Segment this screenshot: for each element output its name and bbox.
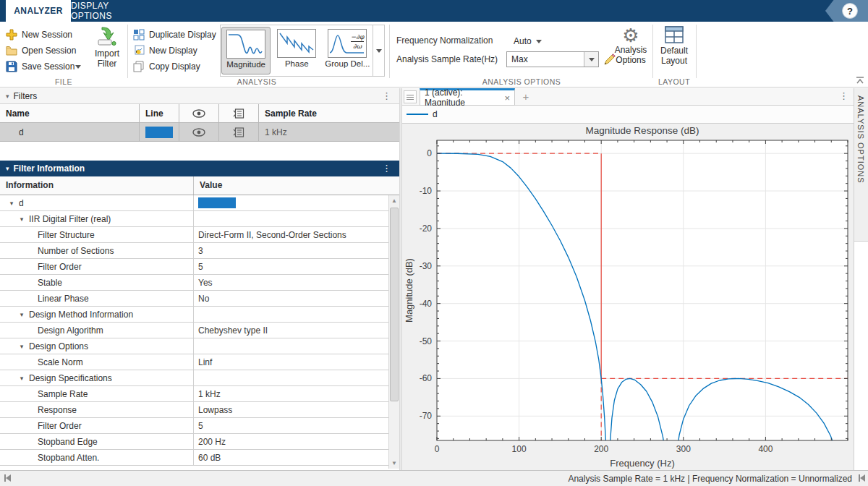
collapse-triangle-icon[interactable]: ▾ (6, 165, 9, 172)
filter-info-row[interactable]: Linear PhaseNo (0, 291, 388, 307)
filter-info-row[interactable]: Scale NormLinf (0, 354, 388, 370)
filter-row-d[interactable]: d 1 kHz (0, 123, 399, 142)
col-header-information[interactable]: Information (0, 176, 194, 195)
open-session-label: Open Session (22, 46, 76, 56)
filter-info-row[interactable]: ▾Design Options (0, 338, 388, 354)
filter-info-row[interactable]: ▾Design Method Information (0, 307, 388, 323)
file-section-label: FILE (22, 77, 106, 88)
group-delay-label: Group Del... (323, 59, 372, 68)
analysis-options-collapsed-panel[interactable]: ANALYSIS OPTIONS (854, 88, 868, 242)
filter-info-row[interactable]: Filter Order5 (0, 418, 388, 434)
new-display-icon (133, 45, 145, 56)
analysis-options-label-1: Analysis (612, 45, 650, 55)
add-display-tab-button[interactable]: + (519, 91, 532, 104)
row-expander-icon[interactable]: ▾ (17, 375, 26, 382)
display-tab-1[interactable]: 1 (active): Magnitude × (420, 88, 515, 106)
filter-name-cell[interactable]: d (0, 123, 140, 141)
filter-information-menu-icon[interactable]: ⋮ (380, 163, 393, 174)
import-filter-label-1: Import (90, 48, 124, 59)
analysis-phase-button[interactable]: Phase (272, 27, 321, 74)
x-tick-label: 100 (512, 444, 527, 454)
save-session-button[interactable]: Save Session (6, 59, 75, 74)
filter-info-row[interactable]: Sample Rate1 kHz (0, 386, 388, 402)
row-expander-icon[interactable]: ▾ (17, 343, 26, 350)
tab-analyzer[interactable]: ANALYZER (6, 0, 71, 22)
close-icon[interactable]: × (504, 93, 510, 103)
frequency-normalization-dropdown[interactable]: Auto (514, 34, 542, 48)
duplicate-display-button[interactable]: Duplicate Display (133, 27, 216, 42)
filter-information-header[interactable]: ▾ Filter Information ⋮ (0, 161, 399, 176)
plot-canvas[interactable]: 01002003004000-10-20-30-40-50-60-70Magni… (402, 123, 854, 470)
analysis-sample-rate-combo[interactable]: Max (506, 51, 599, 67)
filter-info-row[interactable]: ResponseLowpass (0, 402, 388, 418)
row-expander-icon[interactable]: ▾ (17, 311, 26, 318)
analysis-options-button[interactable]: ⚙ Analysis Options (612, 26, 650, 65)
filters-table-header: Name Line Sample Rate (0, 104, 399, 123)
filter-info-row[interactable]: Stopband Edge200 Hz (0, 434, 388, 450)
scroll-down-arrow[interactable]: ▼ (389, 458, 399, 469)
filter-line-cell[interactable] (140, 123, 179, 141)
collapse-right-panel-button[interactable] (859, 474, 865, 482)
help-button[interactable]: ? (842, 3, 858, 19)
line-color-swatch[interactable] (145, 127, 173, 138)
legend-label[interactable]: d (433, 109, 438, 119)
row-expander-icon[interactable]: ▾ (17, 216, 26, 223)
minimize-ribbon-button[interactable] (854, 75, 866, 85)
display-list-button[interactable] (404, 90, 417, 103)
col-header-annotation[interactable] (219, 104, 259, 122)
ribbon-separator (127, 25, 128, 78)
row-expander-icon[interactable]: ▾ (7, 200, 16, 207)
filter-info-row[interactable]: Number of Sections3 (0, 243, 388, 259)
filter-info-row[interactable]: ▾Design Specifications (0, 370, 388, 386)
filters-panel-header[interactable]: ▾ Filters ⋮ (0, 88, 399, 104)
filter-info-scrollbar[interactable]: ▲ ▼ (388, 195, 399, 469)
collapse-triangle-icon[interactable]: ▾ (6, 93, 9, 100)
app-toolstrip-bar: ANALYZER DISPLAY OPTIONS ? (0, 0, 868, 22)
scroll-up-arrow[interactable]: ▲ (389, 195, 399, 206)
filter-info-row[interactable]: Design AlgorithmChebyshev type II (0, 323, 388, 338)
analysis-group-delay-button[interactable]: −∂φ∂ω Group Del... (323, 27, 372, 74)
col-header-sample-rate[interactable]: Sample Rate (259, 104, 399, 122)
filter-info-row[interactable]: Filter StructureDirect-Form II, Second-O… (0, 227, 388, 243)
gear-icon: ⚙ (612, 26, 650, 45)
info-value (194, 211, 388, 226)
filter-info-row[interactable]: StableYes (0, 275, 388, 291)
chevron-down-icon (376, 49, 382, 53)
filter-info-row[interactable]: ▾IIR Digital Filter (real) (0, 211, 388, 227)
info-value: 60 dB (194, 450, 388, 465)
scrollbar-thumb[interactable] (390, 208, 399, 401)
filter-info-row[interactable]: Filter Order5 (0, 259, 388, 275)
filters-panel-title: Filters (14, 91, 38, 101)
display-menu-icon[interactable]: ⋮ (837, 90, 851, 101)
new-session-button[interactable]: New Session (6, 27, 72, 42)
tab-display-options[interactable]: DISPLAY OPTIONS (71, 0, 152, 22)
col-header-name[interactable]: Name (0, 104, 140, 122)
gallery-expand-button[interactable] (373, 25, 384, 76)
col-header-line[interactable]: Line (140, 104, 179, 122)
copy-display-button[interactable]: Copy Display (133, 59, 200, 74)
combo-dropdown-button[interactable] (584, 52, 598, 67)
save-session-dropdown-arrow[interactable] (75, 65, 81, 69)
filters-menu-icon[interactable]: ⋮ (380, 90, 393, 101)
col-header-visibility[interactable] (179, 104, 219, 122)
analysis-magnitude-button[interactable]: Magnitude (221, 27, 271, 74)
import-filter-button[interactable]: Import Filter (90, 26, 124, 69)
col-header-value[interactable]: Value (194, 176, 399, 195)
filter-info-row[interactable]: ▾d (0, 195, 388, 211)
open-session-button[interactable]: Open Session (6, 43, 76, 58)
magnitude-response-plot[interactable]: 01002003004000-10-20-30-40-50-60-70Magni… (402, 124, 854, 471)
filter-visibility-cell[interactable] (179, 123, 219, 141)
new-display-button[interactable]: New Display (133, 43, 197, 58)
info-value: 200 Hz (194, 434, 388, 449)
ribbon-separator (389, 25, 390, 78)
collapse-left-panel-button[interactable] (4, 474, 11, 482)
analysis-options-label-2: Options (612, 55, 650, 65)
magnitude-label: Magnitude (222, 60, 270, 69)
x-tick-label: 200 (594, 444, 608, 454)
analysis-options-section-label: ANALYSIS OPTIONS (396, 77, 647, 88)
default-layout-button[interactable]: Default Layout (655, 26, 693, 66)
filter-info-row[interactable]: Stopband Atten.60 dB (0, 450, 388, 466)
info-label: Design Specifications (29, 373, 112, 383)
filter-annotation-cell[interactable] (219, 123, 259, 141)
line-color-swatch[interactable] (198, 197, 236, 208)
